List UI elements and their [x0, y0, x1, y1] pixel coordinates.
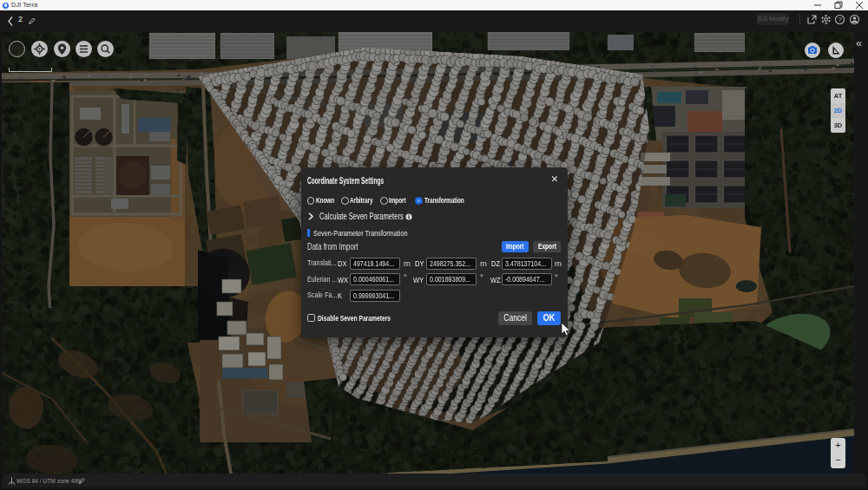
svg-text:?: ? — [838, 16, 841, 23]
